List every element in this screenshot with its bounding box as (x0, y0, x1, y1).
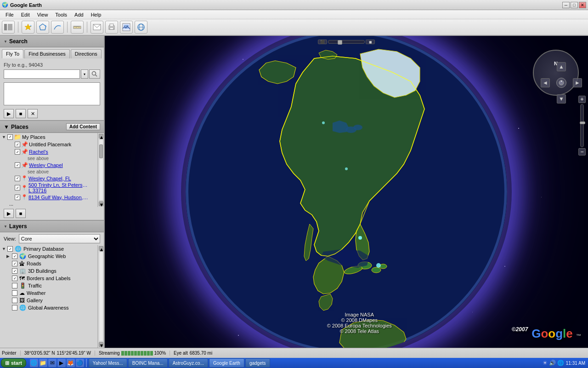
list-item[interactable]: ✓ 📌 Untitled Placemark (0, 141, 97, 148)
menu-file[interactable]: File (2, 11, 17, 18)
tilt-max-button[interactable]: ◼ (366, 40, 375, 44)
checkbox-rachels[interactable]: ✓ (15, 149, 20, 155)
email-button[interactable] (90, 21, 103, 34)
add-content-button[interactable]: Add Content (66, 123, 100, 130)
list-item[interactable]: ✓ 📍 Wesley Chapel, FL (0, 175, 97, 182)
list-item[interactable]: ✓ 🛣 Roads (0, 260, 97, 267)
checkbox-gallery[interactable] (12, 298, 17, 303)
checkbox-borders[interactable]: ✓ (12, 276, 17, 281)
taskbar-item-ge[interactable]: Google Earth (209, 358, 244, 368)
view-select[interactable]: Core All Custom (19, 234, 100, 243)
start-button[interactable]: ⊞ start (1, 358, 26, 368)
pan-west-button[interactable]: ◄ (541, 78, 550, 87)
zoom-track[interactable] (580, 104, 584, 147)
play-button[interactable]: ▶ (4, 109, 14, 118)
add-polygon-button[interactable]: + (36, 21, 49, 34)
taskbar-item-gadgets[interactable]: gadgets (245, 358, 270, 368)
list-item[interactable]: ✓ 📌 Rachel's (0, 148, 97, 155)
checkbox-trinity[interactable]: ✓ (15, 185, 20, 190)
layer-scroll-down[interactable]: ▼ (99, 342, 103, 347)
checkbox-primary-db[interactable]: ✓ (7, 246, 13, 252)
quick-launch-ie[interactable]: 🌐 (30, 359, 38, 367)
menu-tools[interactable]: Tools (51, 11, 71, 18)
places-play-button[interactable]: ▶ (4, 209, 14, 218)
checkbox-my-places[interactable]: ✓ (7, 134, 13, 140)
list-item[interactable]: ✓ 📌 Wesley Chapel (0, 161, 97, 169)
quick-launch-mail[interactable]: ✉ (48, 359, 57, 367)
tilt-button[interactable]: ⬛ (318, 40, 327, 44)
pan-north-button[interactable]: ▲ (557, 62, 566, 71)
list-item[interactable]: ▶ ✓ 🌍 Geographic Web (0, 253, 97, 260)
checkbox-weather[interactable] (12, 290, 17, 296)
quick-launch-media[interactable]: ▶ (57, 359, 66, 367)
search-go-button[interactable] (89, 69, 100, 79)
places-item-link[interactable]: Wesley Chapel, FL (28, 176, 71, 181)
search-dropdown-button[interactable]: ▾ (81, 69, 88, 79)
places-stop-button[interactable]: ■ (16, 209, 26, 218)
menu-edit[interactable]: Edit (17, 11, 34, 18)
tab-fly-to[interactable]: Fly To (2, 49, 23, 58)
close-search-button[interactable]: ✕ (28, 109, 38, 118)
menu-help[interactable]: Help (87, 11, 105, 18)
zoom-out-button[interactable]: − (578, 148, 586, 155)
minimize-button[interactable]: ─ (562, 2, 570, 8)
list-item[interactable]: ✓ 📍 8134 Gulf Way, Hudson, FL 3... (0, 194, 97, 201)
checkbox-wesley-fl[interactable]: ✓ (15, 176, 20, 181)
checkbox-untitled[interactable]: ✓ (15, 142, 20, 147)
list-item[interactable]: ▼ ✓ 📁 My Places (0, 133, 97, 141)
quick-launch-chrome[interactable]: 🔵 (76, 359, 84, 367)
community-button[interactable] (135, 21, 147, 34)
layer-scroll-up[interactable]: ▲ (99, 246, 103, 251)
scroll-up-icon[interactable]: ▲ (99, 134, 103, 138)
ruler-button[interactable] (71, 21, 84, 34)
list-item[interactable]: ☁ Weather (0, 289, 97, 297)
compass-center-button[interactable] (556, 78, 566, 88)
taskbar-item-boinc[interactable]: BOINC Mana... (128, 358, 168, 368)
tab-directions[interactable]: Directions (71, 49, 102, 58)
expand-icon[interactable]: ▼ (2, 247, 6, 251)
expand-icon[interactable]: ▶ (6, 254, 11, 259)
list-item[interactable]: ▼ ✓ 🌐 Primary Database (0, 245, 97, 253)
pan-south-button[interactable]: ▼ (557, 94, 566, 104)
scroll-down-icon[interactable]: ▼ (99, 201, 103, 206)
zoom-thumb[interactable] (580, 121, 585, 124)
sidebar-toggle-button[interactable] (2, 21, 15, 34)
checkbox-global[interactable] (12, 305, 17, 310)
checkbox-wesley[interactable]: ✓ (15, 162, 20, 168)
list-item[interactable]: ✓ 📍 500 Trinity Ln, St Petersburg,L 3371… (0, 182, 97, 194)
taskbar-item-astro[interactable]: AstroGuyz.co... (169, 358, 208, 368)
pan-east-button[interactable]: ► (573, 78, 582, 87)
menu-add[interactable]: Add (71, 11, 87, 18)
close-button[interactable]: ✕ (579, 2, 586, 8)
list-item[interactable]: ✓ 🗺 Borders and Labels (0, 275, 97, 282)
taskbar-item-yahoo[interactable]: Yahoo! Mess... (89, 358, 127, 368)
places-item-link[interactable]: Wesley Chapel (29, 162, 63, 168)
quick-launch-folder[interactable]: 📁 (39, 359, 47, 367)
list-item[interactable]: 🖼 Gallery (0, 297, 97, 304)
menu-view[interactable]: View (34, 11, 52, 18)
places-item-link[interactable]: Rachel's (29, 149, 48, 155)
places-scrollbar[interactable]: ▲ ▼ (97, 133, 104, 207)
scroll-thumb[interactable] (99, 144, 103, 158)
quick-launch-firefox[interactable]: 🦊 (67, 359, 75, 367)
save-image-button[interactable] (120, 21, 133, 34)
tilt-slider-thumb[interactable] (338, 40, 342, 45)
tilt-slider[interactable] (328, 40, 365, 44)
checkbox-traffic[interactable] (12, 283, 17, 288)
list-item[interactable]: ✓ 🏢 3D Buildings (0, 267, 97, 275)
list-item[interactable]: 🚦 Traffic (0, 282, 97, 289)
stop-button[interactable]: ■ (16, 109, 26, 118)
tab-find-businesses[interactable]: Find Businesses (24, 49, 70, 58)
checkbox-gulf[interactable]: ✓ (15, 195, 20, 200)
checkbox-roads[interactable]: ✓ (12, 261, 17, 266)
maximize-button[interactable]: □ (571, 2, 578, 8)
add-placemark-button[interactable]: + (22, 21, 34, 34)
layers-scrollbar[interactable]: ▲ ▼ (97, 245, 104, 348)
print-button[interactable] (105, 21, 118, 34)
list-item[interactable]: 🌐 Global Awareness (0, 304, 97, 311)
checkbox-geo-web[interactable]: ✓ (12, 253, 17, 259)
zoom-in-button[interactable]: + (578, 96, 586, 103)
add-path-button[interactable]: + (51, 21, 64, 34)
places-item-link[interactable]: 500 Trinity Ln, St Petersburg,L 33716 (28, 182, 88, 193)
globe-area[interactable]: N ▲ ▼ ◄ ► (105, 36, 588, 348)
